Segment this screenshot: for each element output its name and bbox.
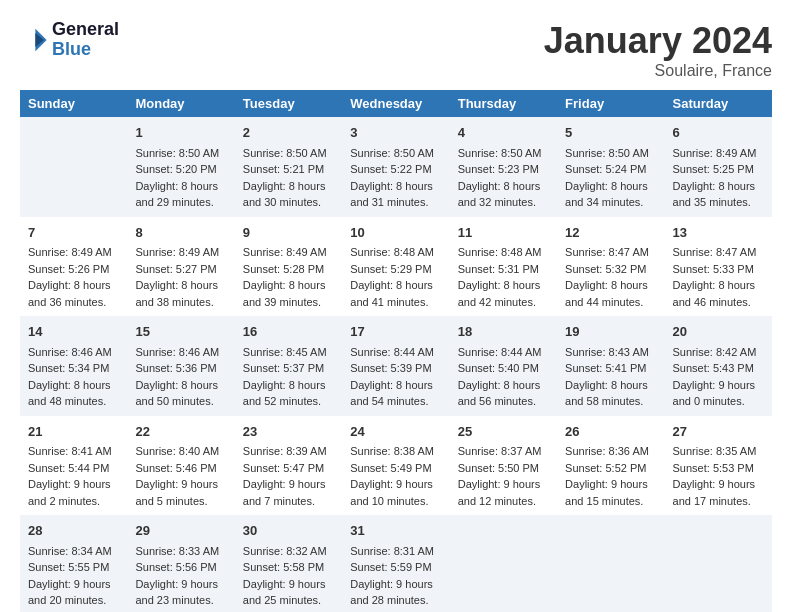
cell-info: Sunrise: 8:32 AMSunset: 5:58 PMDaylight:… (243, 543, 334, 609)
calendar-week-row: 7Sunrise: 8:49 AMSunset: 5:26 PMDaylight… (20, 217, 772, 317)
cell-info: Sunrise: 8:40 AMSunset: 5:46 PMDaylight:… (135, 443, 226, 509)
title-block: January 2024 Soulaire, France (544, 20, 772, 80)
day-number: 19 (565, 322, 656, 342)
cell-info: Sunrise: 8:49 AMSunset: 5:28 PMDaylight:… (243, 244, 334, 310)
cell-info: Sunrise: 8:34 AMSunset: 5:55 PMDaylight:… (28, 543, 119, 609)
cell-info: Sunrise: 8:35 AMSunset: 5:53 PMDaylight:… (673, 443, 764, 509)
page-header: General Blue January 2024 Soulaire, Fran… (20, 20, 772, 80)
calendar-week-row: 28Sunrise: 8:34 AMSunset: 5:55 PMDayligh… (20, 515, 772, 612)
day-number: 16 (243, 322, 334, 342)
day-number: 14 (28, 322, 119, 342)
cell-info: Sunrise: 8:33 AMSunset: 5:56 PMDaylight:… (135, 543, 226, 609)
month-title: January 2024 (544, 20, 772, 62)
calendar-cell: 18Sunrise: 8:44 AMSunset: 5:40 PMDayligh… (450, 316, 557, 416)
day-number: 10 (350, 223, 441, 243)
cell-info: Sunrise: 8:50 AMSunset: 5:22 PMDaylight:… (350, 145, 441, 211)
header-saturday: Saturday (665, 90, 772, 117)
day-number: 11 (458, 223, 549, 243)
day-number: 2 (243, 123, 334, 143)
day-number: 26 (565, 422, 656, 442)
calendar-table: SundayMondayTuesdayWednesdayThursdayFrid… (20, 90, 772, 612)
calendar-cell: 16Sunrise: 8:45 AMSunset: 5:37 PMDayligh… (235, 316, 342, 416)
day-number: 7 (28, 223, 119, 243)
day-number: 17 (350, 322, 441, 342)
calendar-cell: 23Sunrise: 8:39 AMSunset: 5:47 PMDayligh… (235, 416, 342, 516)
day-number: 21 (28, 422, 119, 442)
calendar-cell: 1Sunrise: 8:50 AMSunset: 5:20 PMDaylight… (127, 117, 234, 217)
cell-info: Sunrise: 8:42 AMSunset: 5:43 PMDaylight:… (673, 344, 764, 410)
day-number: 12 (565, 223, 656, 243)
logo-icon (20, 26, 48, 54)
calendar-cell: 20Sunrise: 8:42 AMSunset: 5:43 PMDayligh… (665, 316, 772, 416)
calendar-cell: 22Sunrise: 8:40 AMSunset: 5:46 PMDayligh… (127, 416, 234, 516)
calendar-cell: 9Sunrise: 8:49 AMSunset: 5:28 PMDaylight… (235, 217, 342, 317)
calendar-cell: 19Sunrise: 8:43 AMSunset: 5:41 PMDayligh… (557, 316, 664, 416)
calendar-cell: 8Sunrise: 8:49 AMSunset: 5:27 PMDaylight… (127, 217, 234, 317)
day-number: 25 (458, 422, 549, 442)
calendar-cell: 27Sunrise: 8:35 AMSunset: 5:53 PMDayligh… (665, 416, 772, 516)
calendar-cell: 7Sunrise: 8:49 AMSunset: 5:26 PMDaylight… (20, 217, 127, 317)
day-number: 30 (243, 521, 334, 541)
day-number: 23 (243, 422, 334, 442)
day-number: 3 (350, 123, 441, 143)
cell-info: Sunrise: 8:50 AMSunset: 5:23 PMDaylight:… (458, 145, 549, 211)
cell-info: Sunrise: 8:44 AMSunset: 5:39 PMDaylight:… (350, 344, 441, 410)
calendar-cell (665, 515, 772, 612)
cell-info: Sunrise: 8:47 AMSunset: 5:33 PMDaylight:… (673, 244, 764, 310)
cell-info: Sunrise: 8:41 AMSunset: 5:44 PMDaylight:… (28, 443, 119, 509)
calendar-week-row: 14Sunrise: 8:46 AMSunset: 5:34 PMDayligh… (20, 316, 772, 416)
header-tuesday: Tuesday (235, 90, 342, 117)
cell-info: Sunrise: 8:46 AMSunset: 5:34 PMDaylight:… (28, 344, 119, 410)
cell-info: Sunrise: 8:43 AMSunset: 5:41 PMDaylight:… (565, 344, 656, 410)
calendar-cell: 5Sunrise: 8:50 AMSunset: 5:24 PMDaylight… (557, 117, 664, 217)
day-number: 22 (135, 422, 226, 442)
header-wednesday: Wednesday (342, 90, 449, 117)
cell-info: Sunrise: 8:50 AMSunset: 5:24 PMDaylight:… (565, 145, 656, 211)
calendar-cell: 12Sunrise: 8:47 AMSunset: 5:32 PMDayligh… (557, 217, 664, 317)
day-number: 24 (350, 422, 441, 442)
cell-info: Sunrise: 8:50 AMSunset: 5:20 PMDaylight:… (135, 145, 226, 211)
day-number: 1 (135, 123, 226, 143)
header-thursday: Thursday (450, 90, 557, 117)
cell-info: Sunrise: 8:50 AMSunset: 5:21 PMDaylight:… (243, 145, 334, 211)
day-number: 31 (350, 521, 441, 541)
cell-info: Sunrise: 8:49 AMSunset: 5:25 PMDaylight:… (673, 145, 764, 211)
calendar-cell (450, 515, 557, 612)
cell-info: Sunrise: 8:37 AMSunset: 5:50 PMDaylight:… (458, 443, 549, 509)
cell-info: Sunrise: 8:38 AMSunset: 5:49 PMDaylight:… (350, 443, 441, 509)
day-number: 9 (243, 223, 334, 243)
calendar-cell: 24Sunrise: 8:38 AMSunset: 5:49 PMDayligh… (342, 416, 449, 516)
header-friday: Friday (557, 90, 664, 117)
cell-info: Sunrise: 8:36 AMSunset: 5:52 PMDaylight:… (565, 443, 656, 509)
calendar-cell: 17Sunrise: 8:44 AMSunset: 5:39 PMDayligh… (342, 316, 449, 416)
day-number: 6 (673, 123, 764, 143)
calendar-week-row: 21Sunrise: 8:41 AMSunset: 5:44 PMDayligh… (20, 416, 772, 516)
cell-info: Sunrise: 8:44 AMSunset: 5:40 PMDaylight:… (458, 344, 549, 410)
calendar-cell: 3Sunrise: 8:50 AMSunset: 5:22 PMDaylight… (342, 117, 449, 217)
cell-info: Sunrise: 8:48 AMSunset: 5:31 PMDaylight:… (458, 244, 549, 310)
cell-info: Sunrise: 8:31 AMSunset: 5:59 PMDaylight:… (350, 543, 441, 609)
day-number: 4 (458, 123, 549, 143)
cell-info: Sunrise: 8:48 AMSunset: 5:29 PMDaylight:… (350, 244, 441, 310)
cell-info: Sunrise: 8:49 AMSunset: 5:26 PMDaylight:… (28, 244, 119, 310)
calendar-cell: 10Sunrise: 8:48 AMSunset: 5:29 PMDayligh… (342, 217, 449, 317)
day-number: 8 (135, 223, 226, 243)
day-number: 5 (565, 123, 656, 143)
day-number: 29 (135, 521, 226, 541)
logo-text: General Blue (52, 20, 119, 60)
calendar-cell: 11Sunrise: 8:48 AMSunset: 5:31 PMDayligh… (450, 217, 557, 317)
calendar-cell: 28Sunrise: 8:34 AMSunset: 5:55 PMDayligh… (20, 515, 127, 612)
day-number: 28 (28, 521, 119, 541)
calendar-header-row: SundayMondayTuesdayWednesdayThursdayFrid… (20, 90, 772, 117)
cell-info: Sunrise: 8:47 AMSunset: 5:32 PMDaylight:… (565, 244, 656, 310)
cell-info: Sunrise: 8:45 AMSunset: 5:37 PMDaylight:… (243, 344, 334, 410)
calendar-cell: 21Sunrise: 8:41 AMSunset: 5:44 PMDayligh… (20, 416, 127, 516)
day-number: 20 (673, 322, 764, 342)
calendar-week-row: 1Sunrise: 8:50 AMSunset: 5:20 PMDaylight… (20, 117, 772, 217)
location: Soulaire, France (544, 62, 772, 80)
calendar-cell: 15Sunrise: 8:46 AMSunset: 5:36 PMDayligh… (127, 316, 234, 416)
header-sunday: Sunday (20, 90, 127, 117)
calendar-cell: 6Sunrise: 8:49 AMSunset: 5:25 PMDaylight… (665, 117, 772, 217)
day-number: 13 (673, 223, 764, 243)
cell-info: Sunrise: 8:46 AMSunset: 5:36 PMDaylight:… (135, 344, 226, 410)
